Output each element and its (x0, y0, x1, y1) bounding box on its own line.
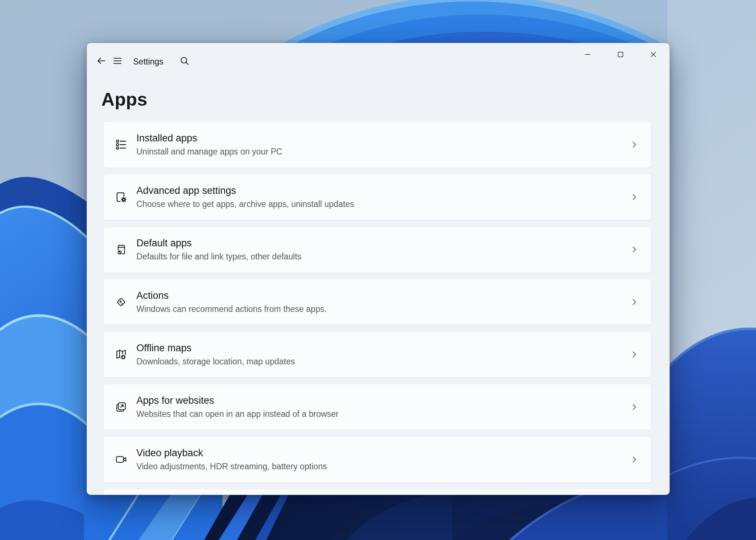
card-subtitle: Downloads, storage location, map updates (136, 357, 295, 367)
card-title: Actions (136, 290, 327, 301)
settings-card-apps-for-websites[interactable]: Apps for websites Websites that can open… (103, 384, 651, 430)
close-button[interactable] (637, 43, 670, 66)
chevron-right-icon (630, 193, 639, 201)
settings-list: Installed apps Uninstall and manage apps… (103, 121, 651, 495)
installed-apps-icon (114, 138, 128, 152)
settings-card-offline-maps[interactable]: Offline maps Downloads, storage location… (103, 331, 651, 378)
minimize-button[interactable] (571, 43, 604, 66)
card-subtitle: Defaults for file and link types, other … (136, 252, 302, 262)
chevron-right-icon (630, 140, 639, 149)
actions-icon (114, 295, 128, 309)
settings-card-video-playback[interactable]: Video playback Video adjustments, HDR st… (103, 436, 651, 483)
settings-card-actions[interactable]: Actions Windows can recommend actions fr… (103, 279, 651, 325)
titlebar: Settings (87, 43, 670, 69)
chevron-right-icon (630, 455, 639, 464)
card-title: Installed apps (136, 133, 282, 144)
card-subtitle: Websites that can open in an app instead… (136, 409, 338, 419)
page-title: Apps (101, 89, 147, 110)
app-title: Settings (133, 57, 163, 67)
apps-for-websites-icon (114, 400, 128, 414)
advanced-app-settings-icon (114, 190, 128, 204)
settings-card-advanced-app-settings[interactable]: Advanced app settings Choose where to ge… (103, 174, 651, 220)
hamburger-icon (112, 55, 123, 66)
close-icon (649, 50, 658, 59)
card-title: Offline maps (136, 343, 295, 354)
settings-card-default-apps[interactable]: Default apps Defaults for file and link … (103, 226, 651, 273)
chevron-right-icon (630, 245, 639, 254)
chevron-right-icon (630, 350, 639, 359)
minimize-icon (584, 50, 592, 59)
card-title: Video playback (136, 447, 327, 459)
card-subtitle: Video adjustments, HDR streaming, batter… (136, 462, 327, 471)
settings-card-partial[interactable] (103, 489, 651, 495)
default-apps-icon (114, 243, 128, 257)
desktop: Settings Apps (0, 0, 756, 540)
back-arrow-icon (96, 55, 107, 66)
back-button[interactable] (95, 55, 108, 67)
card-title: Apps for websites (136, 395, 338, 406)
search-button[interactable] (178, 55, 191, 67)
card-title: Default apps (136, 238, 302, 249)
maximize-icon (616, 50, 625, 59)
card-subtitle: Windows can recommend actions from these… (136, 304, 327, 314)
chevron-right-icon (630, 298, 639, 306)
settings-card-installed-apps[interactable]: Installed apps Uninstall and manage apps… (103, 121, 651, 168)
card-title: Advanced app settings (136, 185, 354, 196)
video-playback-icon (114, 453, 128, 466)
window-controls (571, 43, 670, 66)
settings-window: Settings Apps (87, 43, 670, 495)
offline-maps-icon (114, 348, 128, 361)
card-subtitle: Uninstall and manage apps on your PC (136, 147, 282, 157)
maximize-button[interactable] (604, 43, 637, 66)
card-subtitle: Choose where to get apps, archive apps, … (136, 199, 354, 209)
search-icon (179, 55, 190, 66)
chevron-right-icon (630, 403, 639, 411)
navigation-menu-button[interactable] (111, 55, 124, 67)
